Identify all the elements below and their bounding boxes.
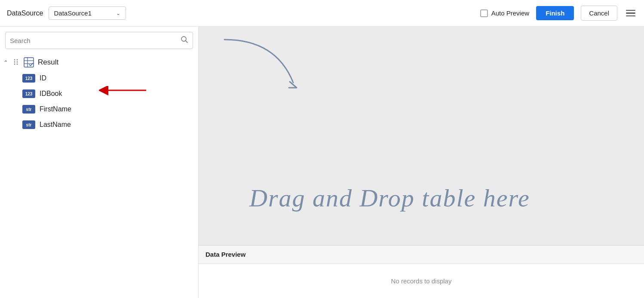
search-bar [5,32,193,49]
right-panel: Drag and Drop table here Data Preview No… [199,27,644,298]
field-type-badge-id: 123 [22,74,35,83]
handwriting-area: Drag and Drop table here [199,27,644,245]
table-icon [23,57,34,68]
drag-handle-icon [13,58,21,67]
chevron-down-icon: ⌄ [116,10,120,16]
field-label-id: ID [40,74,46,82]
main-layout: ⌃ [0,27,644,298]
header-right: Auto Preview Finish Cancel [480,6,637,21]
no-records-text: No records to display [199,264,644,298]
svg-rect-8 [24,58,34,67]
field-row-firstname[interactable]: str FirstName [0,101,198,117]
datasource-dropdown-value: DataSource1 [54,9,92,17]
svg-line-1 [186,41,188,43]
auto-preview-group: Auto Preview [480,9,529,17]
field-label-firstname: FirstName [40,105,71,113]
field-label-lastname: LastName [40,121,71,129]
tree-expand-icon: ⌃ [3,59,13,66]
field-type-badge-lastname: str [22,120,35,129]
field-row-id[interactable]: 123 ID [0,71,198,86]
tree-root-label: Result [38,58,58,67]
field-label-idbook: IDBook [40,90,62,98]
search-input[interactable] [10,37,181,44]
svg-point-7 [17,63,18,65]
svg-text:Drag and Drop table here: Drag and Drop table here [249,184,530,212]
field-type-badge-firstname: str [22,105,35,114]
svg-point-3 [17,59,18,60]
data-preview-header: Data Preview [199,246,644,264]
cancel-button[interactable]: Cancel [581,6,617,21]
svg-point-4 [14,61,15,62]
data-preview-section: Data Preview No records to display [199,245,644,298]
svg-point-5 [17,61,18,62]
drop-zone[interactable]: Drag and Drop table here [199,27,644,245]
menu-line-2 [626,12,635,14]
auto-preview-label: Auto Preview [491,9,529,17]
svg-point-6 [14,63,15,65]
finish-button[interactable]: Finish [536,6,574,20]
menu-line-3 [626,15,635,17]
field-row-idbook[interactable]: 123 IDBook [0,86,198,101]
drag-drop-hint-svg: Drag and Drop table here [199,168,644,219]
field-type-badge-idbook: 123 [22,89,35,98]
auto-preview-checkbox[interactable] [480,9,488,17]
search-icon [181,36,188,45]
datasource-label: DataSource [7,9,43,17]
tree-root-row[interactable]: ⌃ [0,54,198,71]
curved-arrow-svg [199,31,362,117]
left-panel: ⌃ [0,27,199,298]
svg-point-2 [14,59,15,60]
field-row-lastname[interactable]: str LastName [0,117,198,132]
tree: ⌃ [0,52,198,298]
menu-button[interactable] [624,8,637,18]
menu-line-1 [626,10,635,11]
header: DataSource DataSource1 ⌄ Auto Preview Fi… [0,0,644,27]
datasource-dropdown[interactable]: DataSource1 ⌄ [49,6,126,20]
